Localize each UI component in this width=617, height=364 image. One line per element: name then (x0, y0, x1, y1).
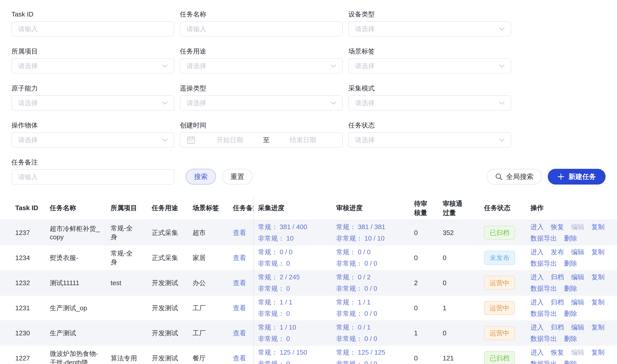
cell-purpose: 开发测试 (148, 321, 188, 346)
cell-passed-count: 0 (439, 245, 480, 270)
device-type-select[interactable]: 请选择 (348, 21, 511, 37)
review-regular-line: 常规： 0 / 2 (336, 271, 406, 283)
action-link[interactable]: 进入 (530, 246, 544, 258)
chevron-down-icon (331, 64, 336, 68)
device-type-label: 设备类型 (348, 10, 511, 18)
action-link[interactable]: 删除 (564, 358, 577, 364)
action-link[interactable]: 进入 (530, 221, 544, 233)
action-link[interactable]: 数据导出 (530, 283, 557, 294)
remark-view-link[interactable]: 查看 (233, 354, 246, 362)
remark-input[interactable] (11, 169, 174, 185)
collect-irregular-line: 非常规： 0 (258, 333, 328, 344)
action-link[interactable]: 删除 (564, 333, 577, 344)
actions-line-1: 进入归档编辑复制 (530, 297, 613, 308)
actions-line-1: 进入恢复编辑复制 (530, 347, 613, 358)
action-link[interactable]: 数据导出 (530, 333, 557, 344)
teleop-label: 遥操类型 (180, 84, 343, 92)
action-link[interactable]: 删除 (564, 283, 577, 294)
remark-view-link[interactable]: 查看 (233, 279, 246, 287)
remark-view-link[interactable]: 查看 (233, 329, 246, 337)
cell-review-progress: 常规： 0 / 2 非常规： 0 / 0 (332, 270, 410, 296)
action-link[interactable]: 删除 (564, 258, 577, 269)
end-date-placeholder[interactable]: 结束日期 (270, 136, 336, 144)
remark-view-link[interactable]: 查看 (233, 229, 246, 236)
header-task-status: 任务状态 (480, 196, 526, 220)
cell-pending-count: 0 (410, 220, 439, 245)
new-task-button[interactable]: 新建任务 (548, 169, 606, 185)
action-link[interactable]: 编辑 (571, 246, 584, 258)
cell-scene-tag: 工厂 (188, 296, 229, 321)
status-badge: 运营中 (484, 326, 515, 340)
filter-field-purpose: 任务用途 请选择 (180, 47, 343, 74)
table-row: 1230 生产测试 开发测试 工厂 查看 常规： 1 / 10 非常规： 0 常… (0, 321, 617, 346)
purpose-select[interactable]: 请选择 (180, 58, 343, 74)
action-link[interactable]: 复制 (591, 322, 605, 333)
remark-view-link[interactable]: 查看 (233, 254, 246, 262)
action-link[interactable]: 编辑 (571, 322, 584, 333)
cell-task-id: 1227 (0, 346, 46, 364)
header-pending-count: 待审核量 (410, 196, 439, 220)
scene-tag-select[interactable]: 请选择 (348, 58, 511, 74)
collect-mode-select[interactable]: 请选择 (348, 95, 511, 111)
action-link[interactable]: 编辑 (571, 297, 584, 308)
reset-button[interactable]: 重置 (222, 169, 252, 185)
start-date-placeholder[interactable]: 开始日期 (197, 136, 263, 144)
review-irregular-line: 非常规： 10 / 10 (336, 233, 406, 244)
action-link[interactable]: 进入 (530, 271, 544, 283)
cell-task-name: 微波炉加热食物-干扰-depth降... (46, 346, 107, 364)
action-link[interactable]: 归档 (551, 297, 564, 308)
action-link[interactable]: 进入 (530, 322, 544, 333)
action-link[interactable]: 恢复 (551, 347, 564, 358)
select-placeholder: 请选择 (355, 62, 375, 70)
remark-view-link[interactable]: 查看 (233, 304, 246, 312)
cell-review-progress: 常规： 1 / 1 非常规： 0 / 0 (332, 296, 410, 321)
action-link[interactable]: 复制 (591, 271, 605, 283)
chevron-down-icon (162, 64, 168, 68)
filter-field-create-time: 创建时间 开始日期 至 结束日期 (180, 121, 343, 148)
select-placeholder: 请选择 (186, 62, 206, 70)
filter-row-3: 原子能力 请选择 遥操类型 请选择 采集模式 请选择 (11, 84, 606, 121)
action-link[interactable]: 编辑 (571, 271, 584, 283)
cell-task-id: 1231 (0, 296, 46, 321)
action-link[interactable]: 进入 (530, 347, 544, 358)
action-link[interactable]: 发布 (551, 246, 564, 258)
project-select[interactable]: 请选择 (11, 58, 174, 74)
status-badge: 运营中 (484, 301, 515, 315)
action-link[interactable]: 删除 (564, 233, 577, 244)
object-select[interactable]: 请选择 (11, 132, 174, 148)
action-link[interactable]: 数据导出 (530, 358, 557, 364)
action-link[interactable]: 复制 (591, 221, 605, 233)
action-link[interactable]: 复制 (591, 347, 605, 358)
table-row: 1231 生产测试_op 开发测试 工厂 查看 常规： 1 / 1 非常规： 0… (0, 296, 617, 321)
global-search-button[interactable]: 全局搜索 (487, 169, 542, 185)
filter-panel: Task ID 任务名称 设备类型 请选择 所属项目 请选择 任务用途 请选 (0, 0, 617, 185)
task-id-label: Task ID (11, 10, 174, 18)
global-search-label: 全局搜索 (506, 172, 534, 181)
action-link[interactable]: 恢复 (551, 221, 564, 233)
action-link[interactable]: 归档 (551, 322, 564, 333)
filter-field-task-name: 任务名称 (180, 10, 343, 37)
cell-project (107, 296, 148, 321)
toolbar-buttons: 全局搜索 新建任务 (487, 169, 606, 185)
create-time-range-picker[interactable]: 开始日期 至 结束日期 (180, 132, 343, 148)
action-link[interactable]: 删除 (564, 308, 577, 319)
action-link[interactable]: 归档 (551, 271, 564, 283)
filter-row-1: Task ID 任务名称 设备类型 请选择 (11, 10, 606, 47)
atomic-select[interactable]: 请选择 (11, 95, 174, 111)
status-select[interactable]: 请选择 (348, 132, 511, 148)
chevron-down-icon (162, 138, 168, 142)
review-regular-line: 常规： 0 / 1 (336, 322, 406, 333)
teleop-select[interactable]: 请选择 (180, 95, 343, 111)
header-scene-tag: 场景标签 (188, 196, 229, 220)
task-id-input[interactable] (11, 21, 174, 37)
search-button[interactable]: 搜索 (186, 169, 216, 185)
action-link[interactable]: 数据导出 (530, 258, 557, 269)
action-link[interactable]: 复制 (591, 246, 605, 258)
action-link[interactable]: 数据导出 (530, 233, 557, 244)
filter-field-status: 任务状态 请选择 (348, 121, 511, 148)
action-link[interactable]: 复制 (591, 297, 605, 308)
task-name-input[interactable] (180, 21, 343, 37)
filter-field-scene-tag: 场景标签 请选择 (348, 47, 511, 74)
action-link[interactable]: 数据导出 (530, 308, 557, 319)
action-link[interactable]: 进入 (530, 297, 544, 308)
